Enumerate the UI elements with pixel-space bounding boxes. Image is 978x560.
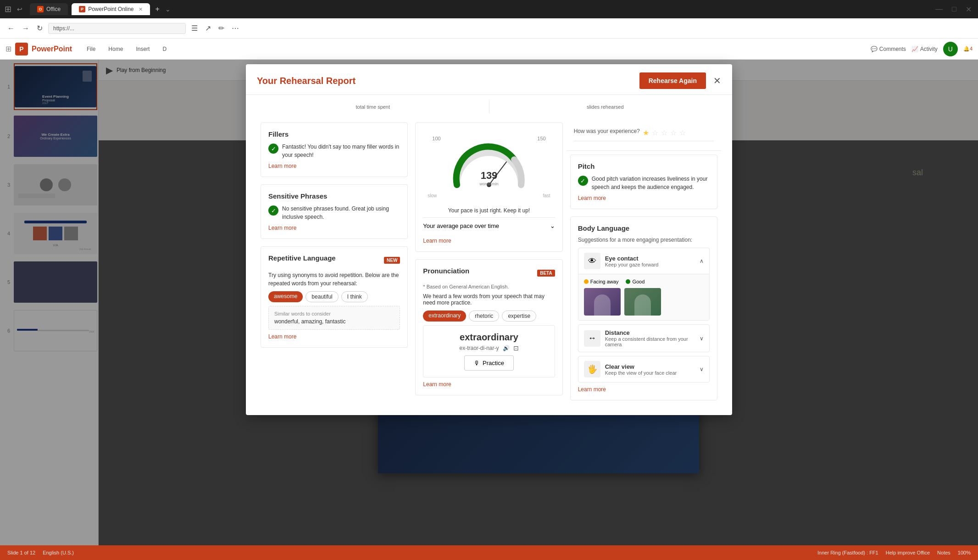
help-improve-btn[interactable]: Help improve Office xyxy=(886,550,930,555)
maximize-btn[interactable]: □ xyxy=(950,3,958,16)
fillers-success-text: Fantastic! You didn't say too many fille… xyxy=(282,143,400,159)
modal-header: Your Rehearsal Report Rehearse Again ✕ xyxy=(246,64,732,95)
tab-file[interactable]: File xyxy=(81,43,101,55)
star-4[interactable]: ☆ xyxy=(670,128,677,137)
rep-lang-desc: Try using synonyms to avoid repetition. … xyxy=(268,271,400,288)
pace-over-time[interactable]: Your average pace over time ⌄ xyxy=(423,217,555,234)
rep-lang-chips: awesome beautiful I think xyxy=(268,291,400,302)
rehearse-again-button[interactable]: Rehearse Again xyxy=(639,72,706,89)
star-1[interactable]: ★ xyxy=(643,128,649,137)
ribbon-tabs: File Home Insert D xyxy=(81,43,172,55)
forward-btn[interactable]: → xyxy=(20,22,31,34)
speed-min-max: 100 150 xyxy=(432,136,545,141)
tab-d[interactable]: D xyxy=(157,43,172,55)
left-column: Fillers ✓ Fantastic! You didn't say too … xyxy=(257,119,411,404)
practice-button[interactable]: 🎙 Practice xyxy=(464,355,514,371)
modal-title: Your Rehearsal Report xyxy=(257,76,356,86)
rep-lang-title-row: Repetitive Language NEW xyxy=(268,254,400,266)
tab-home[interactable]: Home xyxy=(103,43,128,55)
app-name: PowerPoint xyxy=(32,45,72,53)
experience-row: How was your experience? ★ ☆ ☆ ☆ ☆ xyxy=(574,124,714,141)
rep-word-awesome[interactable]: awesome xyxy=(268,291,303,302)
clear-view-header[interactable]: 🖐 Clear view Keep the view of your face … xyxy=(578,356,709,382)
close-btn[interactable]: ✕ xyxy=(964,3,973,16)
status-bar: Slide 1 of 12 English (U.S.) Inner Ring … xyxy=(0,545,978,560)
body-language-title: Body Language xyxy=(578,224,710,232)
word-main: extraordinary xyxy=(430,332,548,343)
speedometer-svg: 139 words/min xyxy=(448,141,530,192)
pitch-learn-more[interactable]: Learn more xyxy=(578,195,710,201)
more-btn[interactable]: ⋯ xyxy=(230,22,241,34)
good-dot xyxy=(626,279,630,284)
browser-chrome: ⊞ ↩ O Office P PowerPoint Online ✕ + ⌄ —… xyxy=(0,0,978,18)
clear-view-chevron: ∨ xyxy=(700,366,704,372)
stats-row: total time spent slides rehearsed xyxy=(246,95,732,119)
pitch-success-text: Good pitch variation increases livelines… xyxy=(592,175,710,191)
app-grid-icon[interactable]: ⊞ xyxy=(6,44,11,53)
rep-word-think[interactable]: I think xyxy=(341,291,368,302)
distance-item: ↔ Distance Keep a consistent distance fr… xyxy=(578,324,710,352)
facing-away-status: Facing away xyxy=(584,279,619,284)
fillers-learn-more[interactable]: Learn more xyxy=(268,163,400,169)
fillers-card: Fillers ✓ Fantastic! You didn't say too … xyxy=(261,122,408,177)
distance-header[interactable]: ↔ Distance Keep a consistent distance fr… xyxy=(578,325,709,352)
activity-icon: 📈 xyxy=(911,46,918,52)
status-bar-right: Inner Ring (Fastfood) : FF1 Help improve… xyxy=(817,550,971,555)
facing-away-dot xyxy=(584,279,589,284)
eye-contact-info: Eye contact Keep your gaze forward xyxy=(605,255,695,267)
refresh-btn[interactable]: ↻ xyxy=(35,22,44,34)
share-btn[interactable]: ↗ xyxy=(203,22,213,34)
tab-insert[interactable]: Insert xyxy=(130,43,155,55)
sensitive-learn-more[interactable]: Learn more xyxy=(268,225,400,231)
body-language-desc: Suggestions for a more engaging presenta… xyxy=(578,237,710,243)
pace-learn-more[interactable]: Learn more xyxy=(423,238,555,244)
back-btn[interactable]: ← xyxy=(6,22,17,34)
user-avatar[interactable]: U xyxy=(943,42,958,56)
modal-close-button[interactable]: ✕ xyxy=(713,75,721,86)
sensitive-success-text: No sensitive phrases found. Great job us… xyxy=(282,205,400,221)
new-tab-button[interactable]: + xyxy=(156,5,160,13)
tab-close[interactable]: ✕ xyxy=(139,6,143,12)
total-time-stat: total time spent xyxy=(257,100,489,113)
eye-contact-header[interactable]: 👁 Eye contact Keep your gaze forward ∧ xyxy=(578,248,709,274)
url-bar[interactable] xyxy=(48,23,186,34)
eye-contact-chevron: ∧ xyxy=(700,258,704,264)
clear-view-icon: 🖐 xyxy=(584,361,600,377)
sensitive-phrases-card: Sensitive Phrases ✓ No sensitive phrases… xyxy=(261,184,408,239)
zoom-btn[interactable]: 100% xyxy=(958,550,971,555)
activity-button[interactable]: 📈 Activity xyxy=(911,46,938,52)
sound-icon[interactable]: 🔊 xyxy=(503,345,510,351)
rep-lang-learn-more[interactable]: Learn more xyxy=(268,333,400,340)
office-header: ⊞ P PowerPoint File Home Insert D 💬 Comm… xyxy=(0,39,978,60)
word-phonetic: ex-traor-di-nar-y 🔊 ⊡ xyxy=(430,344,548,352)
info-icon[interactable]: ⊡ xyxy=(513,344,519,352)
eye-contact-content: Facing away Good xyxy=(578,274,709,320)
word-extraordinary[interactable]: extraordinary xyxy=(423,310,466,322)
pronunciation-learn-more[interactable]: Learn more xyxy=(423,381,555,388)
comments-button[interactable]: 💬 Comments xyxy=(871,46,906,52)
modal-overlay: Your Rehearsal Report Rehearse Again ✕ t… xyxy=(0,60,978,545)
word-rhetoric[interactable]: rhetoric xyxy=(469,310,499,322)
pronunciation-card: Pronunciation BETA * Based on General Am… xyxy=(415,259,562,395)
settings-btn[interactable]: ☰ xyxy=(189,22,200,34)
beta-badge: BETA xyxy=(537,270,555,277)
minimize-btn[interactable]: — xyxy=(934,3,945,16)
rehearsal-report-modal: Your Rehearsal Report Rehearse Again ✕ t… xyxy=(246,64,732,415)
person-facing-away xyxy=(584,288,621,316)
tab-powerpoint[interactable]: P PowerPoint Online ✕ xyxy=(72,3,150,15)
body-lang-learn-more[interactable]: Learn more xyxy=(578,386,710,393)
star-2[interactable]: ☆ xyxy=(652,128,658,137)
rep-word-beautiful[interactable]: beautiful xyxy=(306,291,338,302)
star-3[interactable]: ☆ xyxy=(661,128,667,137)
slides-rehearsed-stat: slides rehearsed xyxy=(489,100,722,113)
star-5[interactable]: ☆ xyxy=(679,128,686,137)
comments-icon: 💬 xyxy=(871,46,878,52)
edit-btn[interactable]: ✏ xyxy=(217,22,226,34)
word-expertise[interactable]: expertise xyxy=(502,310,536,322)
tab-office[interactable]: O Office xyxy=(30,3,68,15)
rep-lang-title: Repetitive Language xyxy=(268,254,336,262)
eye-contact-title: Eye contact xyxy=(605,255,695,262)
activity-label: Activity xyxy=(920,46,938,52)
mic-icon: 🎙 xyxy=(474,360,480,366)
notes-btn[interactable]: Notes xyxy=(937,550,950,555)
